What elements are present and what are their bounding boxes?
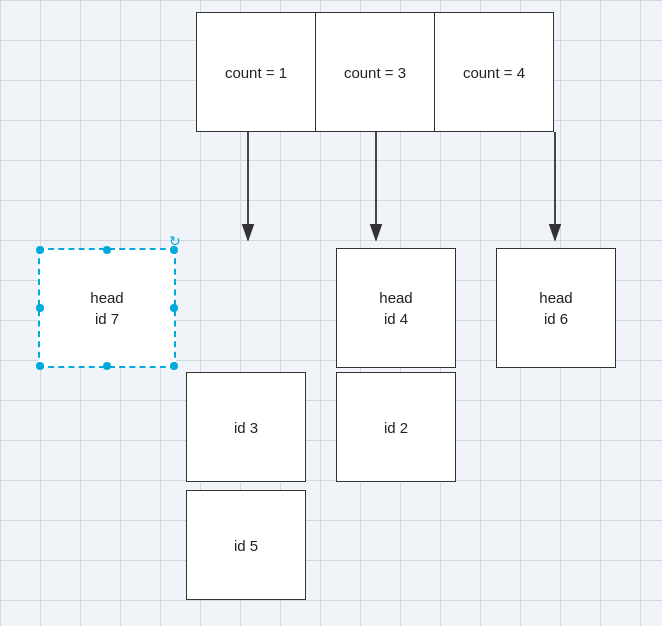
selection-dot-bm	[103, 362, 111, 370]
head-7-label: head id 7	[90, 287, 123, 329]
head-4-label: head id 4	[379, 287, 412, 329]
count-3-label: count = 3	[344, 62, 406, 83]
id-3-label: id 3	[234, 417, 258, 438]
selection-dot-tm	[103, 246, 111, 254]
count-3-section: count = 3	[316, 13, 435, 131]
count-1-section: count = 1	[197, 13, 316, 131]
selection-dot-mr	[170, 304, 178, 312]
head-4-box[interactable]: head id 4	[336, 248, 456, 368]
selection-dot-bl	[36, 362, 44, 370]
id-3-box[interactable]: id 3	[186, 372, 306, 482]
id-2-box[interactable]: id 2	[336, 372, 456, 482]
head-6-box[interactable]: head id 6	[496, 248, 616, 368]
selection-dot-tr	[170, 246, 178, 254]
id-5-label: id 5	[234, 535, 258, 556]
rotate-handle[interactable]: ↻	[168, 232, 182, 246]
selection-dot-br	[170, 362, 178, 370]
count-4-section: count = 4	[435, 13, 553, 131]
count-4-label: count = 4	[463, 62, 525, 83]
id-5-box[interactable]: id 5	[186, 490, 306, 600]
count-1-label: count = 1	[225, 62, 287, 83]
head-7-box[interactable]: ↻ head id 7	[38, 248, 176, 368]
id-2-label: id 2	[384, 417, 408, 438]
selection-dot-tl	[36, 246, 44, 254]
top-group-box: count = 1 count = 3 count = 4	[196, 12, 554, 132]
head-6-label: head id 6	[539, 287, 572, 329]
selection-dot-ml	[36, 304, 44, 312]
